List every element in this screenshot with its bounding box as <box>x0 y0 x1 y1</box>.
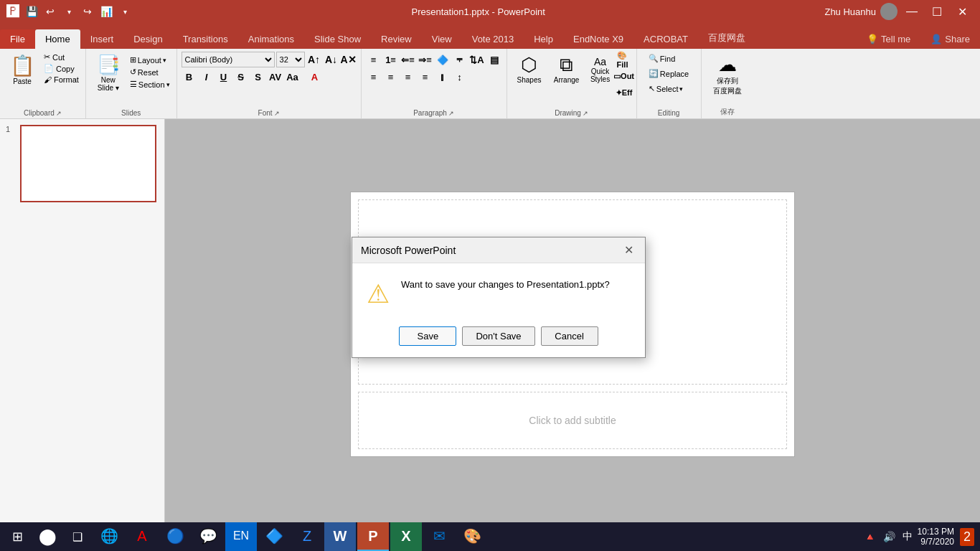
select-button[interactable]: ↖ Select ▾ <box>646 82 687 95</box>
smart-art-button[interactable]: 🔷 <box>435 52 451 67</box>
customize-icon[interactable]: ▾ <box>118 4 132 19</box>
tab-home[interactable]: Home <box>35 29 80 49</box>
dialog-close-button[interactable]: ✕ <box>621 243 636 257</box>
shadow-button[interactable]: S <box>250 69 266 85</box>
copy-button[interactable]: 📄Copy <box>42 63 81 74</box>
taskbar-edge-icon[interactable]: 🌐 <box>93 522 125 551</box>
align-text-button[interactable]: ▤ <box>486 52 502 67</box>
underline-button[interactable]: U <box>216 69 232 85</box>
align-right-button[interactable]: ≡ <box>400 69 416 85</box>
notification-button[interactable]: 2 <box>960 528 974 546</box>
tab-tellme[interactable]: 💡Tell me <box>857 29 920 49</box>
paste-button[interactable]: 📋 Paste <box>4 52 40 88</box>
decrease-indent-button[interactable]: ⇐≡ <box>400 52 416 67</box>
user-avatar[interactable] <box>880 3 897 20</box>
new-slide-button[interactable]: 📑 New Slide ▾ <box>90 52 126 94</box>
slide-subtitle-area[interactable]: Click to add subtitle <box>358 392 787 449</box>
tab-animations[interactable]: Animations <box>238 29 304 49</box>
tab-view[interactable]: View <box>422 29 462 49</box>
dialog-save-button[interactable]: Save <box>399 326 456 346</box>
reset-button[interactable]: ↺ Reset <box>128 67 172 77</box>
tab-file[interactable]: File <box>0 29 35 49</box>
taskbar-en-icon[interactable]: EN <box>225 522 257 551</box>
tab-baiduwang[interactable]: 百度网盘 <box>698 27 755 49</box>
arrange-button[interactable]: ⧉ Arrange <box>549 52 585 86</box>
font-name-selector[interactable]: Calibri (Body) <box>182 52 275 67</box>
font-expand-icon[interactable]: ↗ <box>274 110 280 117</box>
dialog-cancel-button[interactable]: Cancel <box>541 326 598 346</box>
character-spacing-button[interactable]: AV <box>268 69 283 85</box>
change-case-button[interactable]: Aa <box>285 69 301 85</box>
taskbar-ppt-icon[interactable]: P <box>357 522 389 551</box>
increase-indent-button[interactable]: ⇒≡ <box>418 52 433 67</box>
layout-button[interactable]: ⊞ Layout ▾ <box>128 55 172 65</box>
font-size-selector[interactable]: 32 <box>276 52 305 67</box>
save-quick-icon[interactable]: 💾 <box>24 4 39 19</box>
tab-slideshow[interactable]: Slide Show <box>304 29 371 49</box>
present-icon[interactable]: 📊 <box>99 4 113 19</box>
cut-button[interactable]: ✂Cut <box>42 52 81 62</box>
save-baidu-button[interactable]: ☁ 保存到 百度网盘 <box>706 52 749 98</box>
text-direction-button[interactable]: ⇅A <box>469 52 485 67</box>
taskbar-chrome-icon[interactable]: 🔵 <box>159 522 191 551</box>
shape-outline-button[interactable]: ▭Out <box>616 68 632 84</box>
quick-styles-button[interactable]: Aa Quick Styles <box>586 55 615 85</box>
find-button[interactable]: 🔍 Find <box>646 52 678 65</box>
task-view-icon[interactable]: ❑ <box>63 522 92 551</box>
bold-button[interactable]: B <box>182 69 197 85</box>
taskbar-paint-icon[interactable]: 🎨 <box>456 522 488 551</box>
paragraph-expand-icon[interactable]: ↗ <box>448 110 454 117</box>
line-spacing-button[interactable]: ↕ <box>452 69 468 85</box>
clipboard-expand-icon[interactable]: ↗ <box>56 110 62 117</box>
drawing-expand-icon[interactable]: ↗ <box>583 110 588 117</box>
taskbar-mail-icon[interactable]: ✉ <box>423 522 455 551</box>
tab-insert[interactable]: Insert <box>80 29 124 49</box>
language-icon[interactable]: 中 <box>900 530 915 543</box>
tab-share[interactable]: 👤Share <box>920 29 980 49</box>
cortana-icon[interactable]: ⬤ <box>33 522 62 551</box>
shape-effects-button[interactable]: ✦Eff <box>616 85 632 100</box>
format-painter-button[interactable]: 🖌Format <box>42 75 81 85</box>
network-icon[interactable]: 🔺 <box>862 531 878 542</box>
align-left-button[interactable]: ≡ <box>366 69 382 85</box>
tab-review[interactable]: Review <box>371 29 422 49</box>
undo-dropdown-icon[interactable]: ▾ <box>62 4 76 19</box>
tab-endnote[interactable]: EndNote X9 <box>563 29 633 49</box>
align-center-button[interactable]: ≡ <box>383 69 399 85</box>
shape-fill-button[interactable]: 🎨Fill <box>616 52 632 67</box>
tab-transitions[interactable]: Transitions <box>173 29 238 49</box>
cols-split-button[interactable]: ⫿ <box>435 69 451 85</box>
undo-icon[interactable]: ↩ <box>43 4 57 19</box>
close-button[interactable]: ✕ <box>951 4 974 20</box>
user-area[interactable]: Zhu Huanhu <box>824 3 897 20</box>
taskbar-wechat-icon[interactable]: 💬 <box>192 522 224 551</box>
volume-icon[interactable]: 🔊 <box>881 531 897 542</box>
italic-button[interactable]: I <box>199 69 215 85</box>
taskbar-word-icon[interactable]: W <box>324 522 356 551</box>
shapes-button[interactable]: ⬡ Shapes <box>512 52 547 86</box>
taskbar-blue-icon[interactable]: 🔷 <box>258 522 290 551</box>
taskbar-excel-icon[interactable]: X <box>390 522 422 551</box>
justify-button[interactable]: ≡ <box>418 69 433 85</box>
maximize-button[interactable]: ☐ <box>926 4 948 20</box>
minimize-button[interactable]: — <box>900 4 923 19</box>
powerpoint-logo-icon[interactable]: 🅿 <box>6 4 20 19</box>
redo-icon[interactable]: ↪ <box>80 4 95 19</box>
dialog-dont-save-button[interactable]: Don't Save <box>462 326 534 346</box>
tab-help[interactable]: Help <box>524 29 563 49</box>
replace-button[interactable]: 🔄 Replace <box>646 67 692 80</box>
bullets-button[interactable]: ≡ <box>366 52 382 67</box>
tab-design[interactable]: Design <box>123 29 172 49</box>
taskbar-adobe-icon[interactable]: A <box>126 522 158 551</box>
clear-format-button[interactable]: A✕ <box>341 52 357 67</box>
tab-acrobat[interactable]: ACROBAT <box>633 29 698 49</box>
taskbar-zoom-icon[interactable]: Z <box>291 522 323 551</box>
numbering-button[interactable]: 1≡ <box>383 52 399 67</box>
increase-font-button[interactable]: A↑ <box>306 52 322 67</box>
start-button[interactable]: ⊞ <box>3 522 32 551</box>
slide-thumbnail-1[interactable] <box>20 125 156 202</box>
section-button[interactable]: ☰ Section ▾ <box>128 79 172 90</box>
columns-button[interactable]: ⫧ <box>452 52 468 67</box>
system-clock[interactable]: 10:13 PM 9/7/2020 <box>918 527 957 547</box>
strikethrough-button[interactable]: S <box>233 69 249 85</box>
